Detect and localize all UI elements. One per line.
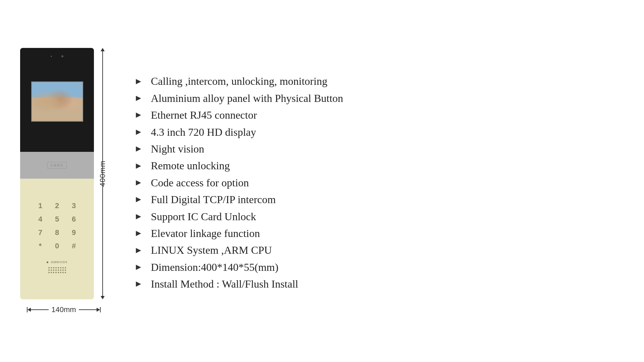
feature-5-text: Night vision — [151, 142, 204, 155]
feature-4: ► 4.3 inch 720 HD display — [134, 126, 624, 138]
feature-6-bullet: ► — [134, 162, 143, 170]
speaker-dot-8 — [48, 269, 50, 271]
width-dimension: 140mm — [27, 305, 101, 314]
speaker-dot-5 — [60, 267, 61, 268]
feature-3-bullet: ► — [134, 111, 143, 119]
feature-3: ►Ethernet RJ45 connector — [134, 109, 624, 121]
speaker-dot-19 — [55, 272, 57, 273]
feature-9: ►Support IC Card Unlock — [134, 210, 624, 223]
speaker-dot-3 — [55, 267, 57, 268]
height-dimension: 400mm — [94, 48, 107, 299]
feature-5-bullet: ► — [134, 144, 143, 153]
speaker-dot-1 — [51, 267, 52, 268]
speaker-dot-15 — [65, 269, 66, 271]
v-line — [102, 51, 103, 174]
speaker-dot-0 — [48, 267, 50, 268]
main-container: CARD 123456789*0# OMNIVOX — [20, 48, 624, 314]
w-arrow-left — [28, 308, 31, 312]
feature-12: ►Dimension:400*140*55(mm) — [134, 261, 624, 274]
brand-row: OMNIVOX — [47, 260, 68, 264]
device-diagram: CARD 123456789*0# OMNIVOX — [20, 48, 94, 299]
width-label: 140mm — [49, 305, 78, 314]
speaker-dot-11 — [55, 269, 57, 271]
feature-11-bullet: ► — [134, 246, 143, 255]
panel-keypad: 123456789*0# OMNIVOX — [20, 179, 94, 299]
keypad-key-7: 7 — [35, 228, 45, 237]
speaker-dot-22 — [62, 272, 64, 273]
w-arrow-right — [97, 308, 100, 312]
brand-dot — [47, 261, 48, 263]
speaker-dot-18 — [53, 272, 54, 273]
tick-right — [100, 307, 101, 312]
speaker-dot-4 — [58, 267, 59, 268]
panel-top — [20, 48, 94, 152]
device-with-dimension: CARD 123456789*0# OMNIVOX — [20, 48, 107, 299]
feature-1-bullet: ► — [134, 77, 143, 86]
speaker-dot-17 — [51, 272, 52, 273]
keypad-grid: 123456789*0# — [35, 201, 79, 250]
brand-text: OMNIVOX — [51, 260, 68, 264]
feature-7-bullet: ► — [134, 178, 143, 187]
keypad-key-4: 4 — [35, 215, 45, 224]
screen-photo — [32, 82, 83, 121]
feature-2-text: Aluminium alloy panel with Physical Butt… — [151, 92, 343, 105]
feature-4-text: 4.3 inch 720 HD display — [151, 126, 256, 138]
card-label: CARD — [47, 162, 66, 169]
camera-dot-1 — [51, 56, 52, 57]
feature-4-bullet: ► — [134, 128, 143, 136]
features-section: ►Calling ,intercom, unlocking, monitorin… — [134, 71, 624, 290]
feature-11-text: LINUX System ,ARM CPU — [151, 244, 272, 256]
keypad-key-1: 1 — [35, 201, 45, 210]
keypad-key-6: 6 — [69, 215, 79, 224]
v-line-2 — [102, 174, 103, 296]
feature-9-bullet: ► — [134, 212, 143, 221]
feature-13-text: Install Method : Wall/Flush Install — [151, 278, 298, 290]
keypad-key-3: 3 — [69, 201, 79, 210]
feature-7: ►Code access for option — [134, 176, 624, 189]
speaker-dot-20 — [58, 272, 59, 273]
feature-12-text: Dimension:400*140*55(mm) — [151, 261, 278, 274]
feature-3-text: Ethernet RJ45 connector — [151, 109, 257, 121]
speaker-dot-9 — [51, 269, 52, 271]
arrow-bottom — [101, 296, 105, 299]
feature-10-bullet: ► — [134, 229, 143, 238]
device-screen — [31, 81, 83, 122]
feature-13: ►Install Method : Wall/Flush Install — [134, 278, 624, 290]
panel-card: CARD — [20, 152, 94, 179]
feature-11: ►LINUX System ,ARM CPU — [134, 244, 624, 256]
keypad-key-0: 0 — [52, 242, 62, 250]
feature-9-text: Support IC Card Unlock — [151, 210, 256, 223]
feature-7-text: Code access for option — [151, 176, 249, 189]
camera-dots — [51, 55, 63, 57]
feature-6: ►Remote unlocking — [134, 159, 624, 172]
h-line-right — [79, 309, 97, 310]
speaker-dot-10 — [53, 269, 54, 271]
h-line-left — [31, 309, 49, 310]
feature-5: ►Night vision — [134, 142, 624, 155]
speaker-dot-7 — [65, 267, 66, 268]
feature-6-text: Remote unlocking — [151, 159, 230, 172]
speaker-dot-2 — [53, 267, 54, 268]
feature-1-text: Calling ,intercom, unlocking, monitoring — [151, 75, 327, 87]
keypad-key-*: * — [35, 242, 45, 250]
arrow-top — [101, 48, 105, 51]
feature-1: ►Calling ,intercom, unlocking, monitorin… — [134, 75, 624, 87]
keypad-key-5: 5 — [52, 215, 62, 224]
keypad-key-2: 2 — [52, 201, 62, 210]
speaker-dot-21 — [60, 272, 61, 273]
speaker-dot-14 — [62, 269, 64, 271]
camera-dot-2 — [61, 55, 63, 57]
keypad-key-#: # — [69, 242, 79, 250]
speaker-dot-13 — [60, 269, 61, 271]
speaker-dot-16 — [48, 272, 50, 273]
feature-10: ►Elevator linkage function — [134, 227, 624, 240]
feature-2: ►Aluminium alloy panel with Physical But… — [134, 92, 624, 105]
speaker-dot-23 — [65, 272, 66, 273]
speaker-dot-6 — [62, 267, 64, 268]
feature-8-bullet: ► — [134, 195, 143, 204]
speaker-dot-12 — [58, 269, 59, 271]
keypad-key-9: 9 — [69, 228, 79, 237]
feature-8: ►Full Digital TCP/IP intercom — [134, 193, 624, 206]
keypad-key-8: 8 — [52, 228, 62, 237]
device-section: CARD 123456789*0# OMNIVOX — [20, 48, 107, 314]
